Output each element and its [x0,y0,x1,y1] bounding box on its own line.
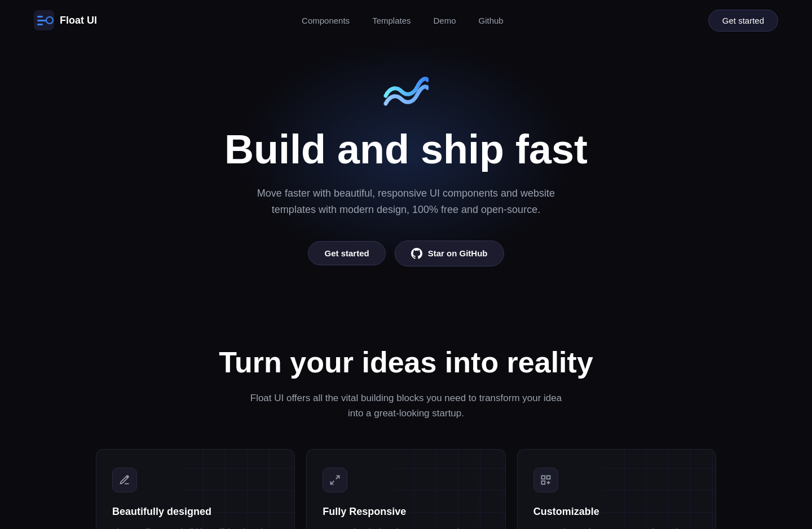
pen-nib-icon [119,474,130,486]
logo-icon [34,10,54,30]
svg-point-5 [127,477,128,478]
feature-cards: Beautifully designed Float UI allows you… [96,449,716,529]
hero-logo-wave [383,74,429,110]
feature-card-beautifully-designed: Beautifully designed Float UI allows you… [96,449,295,529]
beautifully-designed-title: Beautifully designed [112,506,279,518]
svg-rect-9 [546,476,550,479]
wave-icon [383,74,429,108]
nav-github[interactable]: Github [479,16,504,25]
nav-components[interactable]: Components [302,16,350,25]
fully-responsive-title: Fully Responsive [323,506,489,518]
beautifully-designed-icon-wrap [112,468,137,492]
resize-icon [329,474,341,486]
customizable-title: Customizable [533,506,700,518]
hero-buttons: Get started Star on GitHub [308,241,504,266]
github-button-label: Star on GitHub [428,248,488,258]
customizable-icon-wrap [533,468,558,492]
logo-text: Float UI [60,15,97,26]
svg-line-6 [336,476,339,479]
svg-rect-10 [541,481,545,484]
hero-get-started-button[interactable]: Get started [308,241,385,265]
svg-line-7 [331,481,334,484]
fully-responsive-icon-wrap [323,468,347,492]
fully-responsive-desc: Responsive designed components and templ… [323,526,489,529]
hero-section: Build and ship fast Move faster with bea… [0,41,812,312]
hero-title: Build and ship fast [224,127,588,172]
svg-rect-3 [37,24,43,25]
nav-demo[interactable]: Demo [434,16,456,25]
features-title: Turn your ideas into reality [219,345,593,379]
customizable-desc: copy and paste into your apps and experi… [533,526,700,529]
svg-rect-2 [37,20,46,21]
feature-card-customizable: Customizable copy and paste into your ap… [517,449,716,529]
hero-subtitle: Move faster with beautiful, responsive U… [237,185,575,218]
features-section: Turn your ideas into reality Float UI of… [0,312,812,529]
nav-links: Components Templates Demo Github [302,16,504,25]
beautifully-designed-desc: Float UI allows you build beautiful and … [112,526,279,529]
grid-plus-icon [540,474,551,486]
feature-card-fully-responsive: Fully Responsive Responsive designed com… [306,449,505,529]
nav-templates[interactable]: Templates [372,16,411,25]
svg-rect-1 [37,16,43,17]
hero-github-button[interactable]: Star on GitHub [395,241,504,266]
navbar: Float UI Components Templates Demo Githu… [0,0,812,41]
features-subtitle: Float UI offers all the vital building b… [242,390,570,421]
svg-rect-8 [541,476,545,479]
github-icon [411,248,422,259]
nav-get-started-button[interactable]: Get started [708,10,778,32]
logo[interactable]: Float UI [34,10,97,30]
